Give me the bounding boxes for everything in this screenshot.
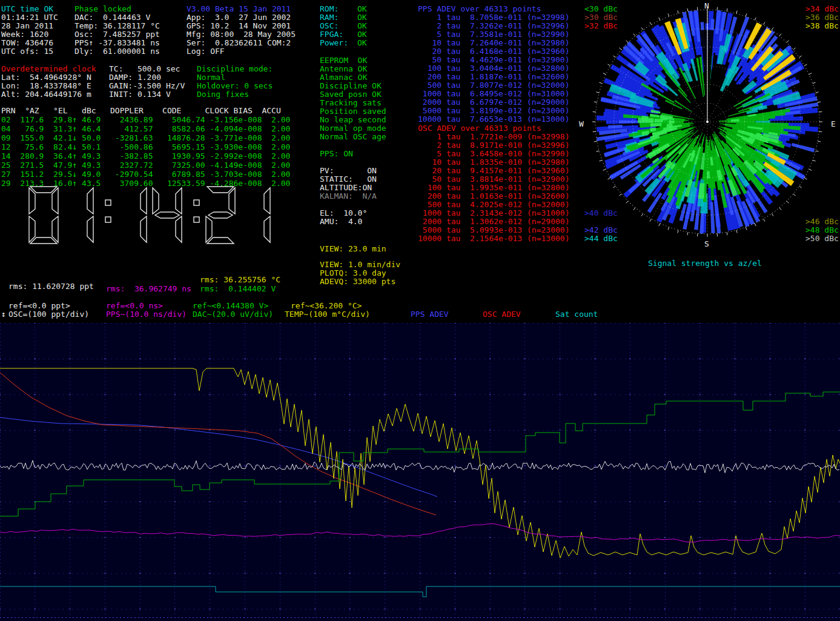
sat-row: 09 155.0 42.1↓ 50.0 -3281.63 14876.28 -3… <box>1 133 290 142</box>
sat-rows: 02 117.6 29.8↑ 46.9 2436.89 5046.74 -3.1… <box>1 115 290 188</box>
sat-row: 04 76.9 31.3↑ 46.4 412.57 8582.06 -4.094… <box>1 124 290 133</box>
satellite-polar-map <box>578 0 840 254</box>
dbc-lt30: <30 dBc <box>584 5 618 13</box>
ref-dac: ref~<0.144380 V> <box>193 302 268 310</box>
scale-pps: PPS~(10.0 ns/div) <box>106 310 187 319</box>
health-block: EEPROM OK Antenna OK Almanac OK Discipli… <box>320 56 386 141</box>
osc-adev-title: OSC ADEV over 46313 points <box>418 124 541 133</box>
ref-pps: ref=<0.0 ns> <box>106 302 163 310</box>
adev-row: 20 tau 9.4157e-011 (n=32960) <box>418 167 569 175</box>
dbc-gt34: >34 dBc <box>805 5 839 13</box>
rms-temp: rms: 36.255756 °C <box>200 276 280 284</box>
device-status-values: OK OK OK OK OK <box>357 5 367 47</box>
oscillator-block: DAC: 0.144463 V Temp: 36.128117 °C Osc: … <box>74 13 160 56</box>
adev-row: 2 tau 7.3262e-011 (n=32996) <box>418 22 569 30</box>
compass-s: S <box>704 240 709 248</box>
rms-pps: rms: 36.962749 ns <box>106 285 191 293</box>
compass-w: W <box>579 120 584 128</box>
rms-osc: rms: 11.620728 ppt <box>8 282 94 291</box>
discipline-block: Discipline mode: Normal Holdover: 0 secs… <box>197 65 273 99</box>
sat-row: 25 271.5 47.9↑ 49.3 2327.72 7325.00 -4.1… <box>1 161 290 170</box>
adev-row: 1000 tau 2.3143e-012 (n=31000) <box>418 209 569 218</box>
osc-adev-rows: 1 tau 1.7721e-009 (n=32998) 2 tau 8.9171… <box>418 133 569 243</box>
sat-row: 14 280.9 36.4↑ 49.3 -382.85 1930.95 -2.9… <box>1 151 290 161</box>
adev-row: 5000 tau 5.0993e-013 (n=23000) <box>418 226 569 234</box>
adev-row: 500 tau 4.2025e-012 (n=32000) <box>418 201 569 209</box>
adev-row: 10 tau 1.8335e-010 (n=32980) <box>418 158 569 167</box>
adev-row: 100 tau 3.0404e-011 (n=32800) <box>418 64 569 73</box>
adev-row: 50 tau 4.4629e-011 (n=32900) <box>418 56 569 64</box>
utc-status-title: UTC time OK <box>1 5 53 13</box>
adev-row: 100 tau 1.9935e-011 (n=32800) <box>418 184 569 192</box>
device-status-labels: ROM: RAM: OSC: FPGA: Power: <box>320 5 348 47</box>
modes-block: PV: ON STATIC: ON ALTITUDE:ON <box>320 167 377 192</box>
adev-row: 10000 tau 2.1564e-013 (n=13000) <box>418 234 569 243</box>
ref-osc: ref=<0.0 ppt> <box>8 302 70 310</box>
legend-osc-adev: OSC ADEV <box>483 310 521 319</box>
adev-row: 1 tau 8.7058e-011 (n=32998) <box>418 13 569 22</box>
adev-row: 200 tau 1.0163e-011 (n=32600) <box>418 192 569 201</box>
dbc-gt50: >50 dBc <box>805 234 839 243</box>
dbc-gt48: >48 dBc <box>805 226 839 234</box>
dbc-gt32: >32 dBc <box>584 22 618 30</box>
adev-row: 2 tau 8.9171e-010 (n=32996) <box>418 141 569 150</box>
dbc-gt30: >30 dBc <box>584 13 618 22</box>
dbc-gt46: >46 dBc <box>805 218 839 226</box>
sat-table-header: PRN °AZ °EL dBc DOPPLER CODE CLOCK BIAS … <box>1 107 281 115</box>
legend-pps-adev: PPS ADEV <box>411 310 449 319</box>
dbc-gt38: >38 dBc <box>805 22 839 30</box>
adev-row: 10 tau 7.2640e-011 (n=32980) <box>418 39 569 47</box>
rms-dac: rms: 0.144402 V <box>200 285 276 293</box>
adev-row: 1000 tau 6.8495e-012 (n=31000) <box>418 90 569 98</box>
sat-row: 02 117.6 29.8↑ 46.9 2436.89 5046.74 -3.1… <box>1 115 290 124</box>
view-queue-block: VIEW: 1.0 min/div PLOTQ: 3.0 day ADEVQ: … <box>320 261 400 286</box>
adev-row: 50 tau 3.8814e-011 (n=32900) <box>418 175 569 184</box>
compass-n: N <box>704 2 709 10</box>
phase-status-title: Phase locked <box>74 5 131 13</box>
sat-row: 29 213.3 16.0↑ 43.5 3709.60 12533.59 -4.… <box>1 179 290 188</box>
adev-row: 200 tau 1.8187e-011 (n=32600) <box>418 73 569 81</box>
ref-temp: ref~<36.200 °C> <box>291 302 362 310</box>
sat-row: 12 75.6 82.4↓ 50.1 -500.86 5695.15 -3.93… <box>1 142 290 151</box>
sat-row: 27 151.2 29.5↓ 49.0 -2970.54 6789.85 -3.… <box>1 170 290 179</box>
loop-params-block: TC: 500.0 sec DAMP: 1.200 GAIN:-3.500 Hz… <box>109 65 185 99</box>
big-clock <box>11 182 296 250</box>
legend-sat-count: Sat count <box>555 310 598 319</box>
pps-adev-title: PPS ADEV over 46313 points <box>418 5 541 13</box>
adev-row: 20 tau 6.4168e-011 (n=32960) <box>418 47 569 56</box>
polar-caption: Signal strength vs az/el <box>648 259 762 268</box>
kalman-label: KALMAN: N/A <box>320 192 377 201</box>
strip-chart-plot[interactable] <box>0 323 840 621</box>
pps-adev-rows: 1 tau 8.7058e-011 (n=32998) 2 tau 7.3262… <box>418 13 569 124</box>
adev-row: 5 tau 3.6458e-010 (n=32990) <box>418 150 569 158</box>
dbc-gt42: >42 dBc <box>584 226 618 234</box>
adev-row: 5 tau 7.3581e-011 (n=32990) <box>418 30 569 39</box>
lady-heather-screen: UTC time OK 01:14:21 UTC 28 Jan 2011 Wee… <box>0 0 840 621</box>
adev-row: 500 tau 7.8077e-012 (n=32000) <box>418 81 569 90</box>
version-title: V3.00 Beta 15 Jan 2011 <box>187 5 291 13</box>
plot-marker: ↕ <box>1 310 6 319</box>
version-block: App: 3.0 27 Jun 2002 GPS: 10.2 14 Nov 20… <box>187 13 296 56</box>
adev-row: 1 tau 1.7721e-009 (n=32998) <box>418 133 569 141</box>
dbc-gt44: >44 dBc <box>584 234 618 243</box>
scale-osc: OSC=(100 ppt/div) <box>8 310 89 319</box>
scale-dac: DAC~(20.0 uV/div) <box>193 310 273 319</box>
pps-on-label: PPS: ON <box>320 150 353 158</box>
view-span-label: VIEW: 23.0 min <box>320 245 386 253</box>
utc-time-block: 01:14:21 UTC 28 Jan 2011 Week: 1620 TOW:… <box>1 13 58 56</box>
adev-row: 2000 tau 1.3062e-012 (n=29000) <box>418 218 569 226</box>
dbc-gt36: >36 dBc <box>805 13 839 22</box>
masks-block: EL: 10.0° AMU: 4.0 <box>320 209 367 226</box>
adev-row: 2000 tau 6.6797e-012 (n=29000) <box>418 98 569 107</box>
position-block: Lat: 54.4964928° N Lon: 18.4337848° E Al… <box>1 73 91 99</box>
receiver-mode-title: Overdetermined clock <box>1 65 96 73</box>
adev-row: 5000 tau 3.8199e-012 (n=23000) <box>418 107 569 115</box>
dbc-gt40: >40 dBc <box>584 209 618 218</box>
scale-temp: TEMP~(100 m°C/div) <box>285 310 370 319</box>
compass-e: E <box>831 120 836 128</box>
adev-row: 10000 tau 7.6653e-013 (n=13000) <box>418 115 569 124</box>
